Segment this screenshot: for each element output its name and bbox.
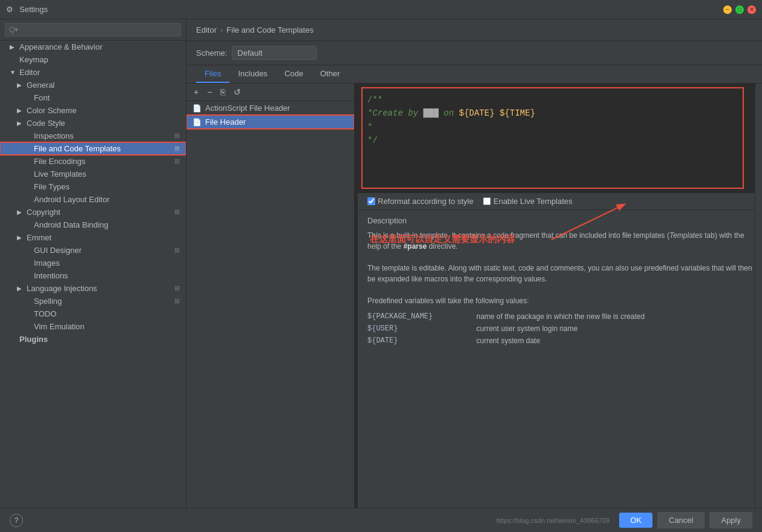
sidebar-item-label: Live Templates bbox=[34, 169, 86, 179]
sidebar-item-plugins[interactable]: Plugins bbox=[0, 333, 186, 346]
reformat-checkbox-label: Reformat according to style bbox=[367, 197, 473, 206]
reset-template-button[interactable]: ↺ bbox=[231, 86, 243, 98]
right-scrollbar[interactable] bbox=[755, 84, 762, 508]
template-file-icon: 📄 bbox=[192, 104, 202, 113]
tab-includes[interactable]: Includes bbox=[229, 65, 275, 83]
sidebar-item-images[interactable]: Images bbox=[0, 257, 186, 269]
sidebar-item-android-data-binding[interactable]: Android Data Binding bbox=[0, 218, 186, 231]
desc-text1-end: directive. bbox=[427, 242, 458, 251]
arrow-icon: ▶ bbox=[17, 234, 24, 241]
sidebar-item-emmet[interactable]: ▶ Emmet bbox=[0, 231, 186, 244]
reformat-label: Reformat according to style bbox=[378, 197, 473, 206]
app-icon: ⚙ bbox=[6, 5, 16, 15]
tab-files[interactable]: Files bbox=[196, 65, 229, 83]
code-line-4: */ bbox=[367, 136, 378, 145]
var-name-user: ${USER} bbox=[367, 324, 476, 333]
sidebar: ▶ Appearance & Behavior Keymap ▼ Editor … bbox=[0, 19, 186, 508]
sidebar-item-keymap[interactable]: Keymap bbox=[0, 53, 186, 66]
template-file-icon2: 📄 bbox=[192, 118, 202, 126]
sidebar-item-live-templates[interactable]: Live Templates bbox=[0, 168, 186, 180]
sidebar-item-label: Copyright bbox=[27, 208, 61, 217]
tab-other[interactable]: Other bbox=[312, 65, 349, 83]
help-button[interactable]: ? bbox=[10, 514, 23, 527]
copy-template-button[interactable]: ⎘ bbox=[218, 86, 228, 98]
sidebar-item-label: Code Style bbox=[27, 119, 65, 128]
code-content[interactable]: /** *Create by ███ on ${DATE} ${TIME} * … bbox=[358, 84, 762, 157]
icon-page: ⊞ bbox=[174, 132, 180, 140]
sidebar-item-label: Intentions bbox=[34, 271, 68, 280]
sidebar-item-label: Keymap bbox=[19, 55, 48, 64]
window-controls: − □ ✕ bbox=[723, 5, 756, 14]
sidebar-item-editor[interactable]: ▼ Editor bbox=[0, 66, 186, 79]
sidebar-item-label: Color Scheme bbox=[27, 106, 76, 115]
live-templates-checkbox[interactable] bbox=[483, 197, 491, 205]
sidebar-item-general[interactable]: ▶ General bbox=[0, 79, 186, 91]
sidebar-item-file-types[interactable]: File Types bbox=[0, 180, 186, 193]
var-desc-date: current system date bbox=[476, 337, 540, 345]
tab-code[interactable]: Code bbox=[276, 65, 312, 83]
arrow-icon: ▶ bbox=[17, 120, 24, 126]
remove-template-button[interactable]: − bbox=[205, 86, 214, 98]
breadcrumb-part2: File and Code Templates bbox=[226, 25, 314, 34]
breadcrumb-separator: › bbox=[220, 25, 223, 34]
sidebar-item-label: General bbox=[27, 80, 54, 90]
sidebar-search-container bbox=[0, 19, 186, 41]
code-on: on bbox=[439, 108, 459, 118]
template-item-actionscript[interactable]: 📄 ActionScript File Header bbox=[186, 101, 354, 115]
desc-text1: This is a built-in template. It contains… bbox=[367, 231, 669, 240]
sidebar-item-inspections[interactable]: Inspections ⊞ bbox=[0, 130, 186, 142]
sidebar-item-font[interactable]: Font bbox=[0, 91, 186, 104]
sidebar-item-label: Appearance & Behavior bbox=[19, 42, 102, 51]
template-item-label: File Header bbox=[205, 117, 246, 126]
sidebar-item-code-style[interactable]: ▶ Code Style bbox=[0, 117, 186, 130]
scheme-row: Scheme: Default Project bbox=[186, 41, 762, 65]
arrow-icon: ▶ bbox=[10, 44, 17, 50]
sidebar-item-language-injections[interactable]: ▶ Language Injections ⊞ bbox=[0, 282, 186, 295]
sidebar-item-appearance-behavior[interactable]: ▶ Appearance & Behavior bbox=[0, 41, 186, 53]
sidebar-item-color-scheme[interactable]: ▶ Color Scheme bbox=[0, 104, 186, 117]
sidebar-item-android-layout-editor[interactable]: Android Layout Editor bbox=[0, 193, 186, 206]
template-item-file-header[interactable]: 📄 File Header bbox=[186, 115, 354, 129]
code-placeholder: ███ bbox=[423, 108, 438, 118]
sidebar-item-intentions[interactable]: Intentions bbox=[0, 269, 186, 282]
apply-button[interactable]: Apply bbox=[709, 512, 752, 528]
var-row-date: ${DATE} current system date bbox=[367, 337, 752, 345]
sidebar-item-label: File and Code Templates bbox=[34, 144, 121, 153]
sidebar-item-label: TODO bbox=[34, 309, 56, 318]
var-name-date: ${DATE} bbox=[367, 337, 476, 345]
arrow-icon: ▶ bbox=[17, 82, 24, 88]
add-template-button[interactable]: + bbox=[191, 86, 201, 98]
sidebar-item-label: Inspections bbox=[34, 131, 74, 140]
sidebar-item-label: Emmet bbox=[27, 233, 51, 242]
sidebar-item-label: Android Data Binding bbox=[34, 220, 108, 229]
sidebar-item-todo[interactable]: TODO bbox=[0, 307, 186, 320]
split-pane: + − ⎘ ↺ 📄 ActionScript File Header 📄 Fil… bbox=[186, 84, 762, 508]
code-editor[interactable]: /** *Create by ███ on ${DATE} ${TIME} * … bbox=[358, 84, 762, 192]
tabs-bar: Files Includes Code Other bbox=[186, 65, 762, 84]
code-date: ${DATE} bbox=[459, 108, 494, 118]
sidebar-item-vim-emulation[interactable]: Vim Emulation bbox=[0, 320, 186, 333]
scheme-select[interactable]: Default Project bbox=[232, 46, 317, 60]
scheme-label: Scheme: bbox=[196, 48, 227, 57]
template-list-panel: + − ⎘ ↺ 📄 ActionScript File Header 📄 Fil… bbox=[186, 84, 355, 508]
sidebar-search-input[interactable] bbox=[5, 23, 181, 36]
minimize-button[interactable]: − bbox=[723, 5, 732, 14]
code-line-2: *Create by bbox=[367, 108, 423, 118]
reformat-checkbox[interactable] bbox=[367, 197, 375, 205]
sidebar-item-spelling[interactable]: Spelling ⊞ bbox=[0, 295, 186, 307]
cancel-button[interactable]: Cancel bbox=[657, 512, 705, 528]
desc-text-italic: Templates bbox=[669, 231, 703, 240]
ok-button[interactable]: OK bbox=[619, 513, 652, 528]
sidebar-item-label: Plugins bbox=[19, 335, 48, 344]
sidebar-item-file-and-code-templates[interactable]: File and Code Templates ⊞ bbox=[0, 142, 186, 155]
sidebar-item-copyright[interactable]: ▶ Copyright ⊞ bbox=[0, 206, 186, 218]
close-button[interactable]: ✕ bbox=[747, 5, 756, 14]
right-panel: /** *Create by ███ on ${DATE} ${TIME} * … bbox=[358, 84, 762, 508]
var-name-package: ${PACKAGE_NAME} bbox=[367, 312, 476, 321]
sidebar-item-gui-designer[interactable]: GUI Designer ⊞ bbox=[0, 244, 186, 257]
bottom-controls: Reformat according to style Enable Live … bbox=[358, 192, 762, 210]
arrow-icon: ▶ bbox=[17, 209, 24, 215]
sidebar-item-file-encodings[interactable]: File Encodings ⊞ bbox=[0, 155, 186, 168]
variables-table: ${PACKAGE_NAME} name of the package in w… bbox=[367, 312, 752, 345]
maximize-button[interactable]: □ bbox=[735, 5, 744, 14]
